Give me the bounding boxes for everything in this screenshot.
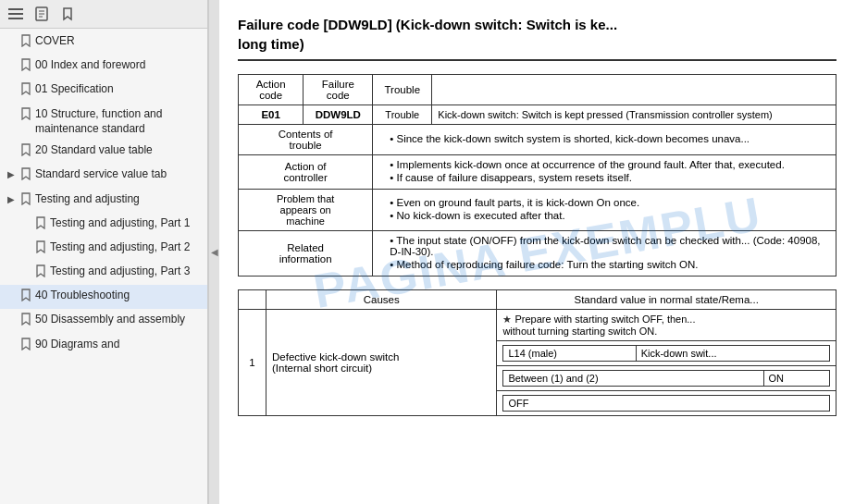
svg-rect-2 bbox=[8, 18, 23, 19]
cause-desc: Defective kick-down switch(Internal shor… bbox=[266, 310, 497, 416]
contents-trouble-header: Contents oftrouble bbox=[239, 125, 373, 155]
sidebar-items: COVER 00 Index and foreword 01 Specifica… bbox=[0, 29, 207, 504]
sidebar: COVER 00 Index and foreword 01 Specifica… bbox=[0, 0, 208, 504]
failure-code-value: DDW9LD bbox=[304, 105, 373, 125]
info-table: Action code Failure code Trouble E01 DDW… bbox=[238, 74, 836, 277]
related-info-header: Relatedinformation bbox=[239, 231, 373, 277]
main-content: PAGINA EXEMPLU Failure code [DDW9LD] (Ki… bbox=[219, 0, 855, 504]
sidebar-item-20-standard[interactable]: 20 Standard value table bbox=[0, 140, 207, 164]
cause-prepare: ★ Prepare with starting switch OFF, then… bbox=[497, 310, 836, 341]
sidebar-label-50: 50 Disassembly and assembly bbox=[35, 312, 204, 327]
sub-value-table-off: OFF bbox=[502, 395, 830, 412]
sidebar-label-40: 40 Troubleshooting bbox=[35, 288, 204, 303]
sidebar-label-ta: Testing and adjusting bbox=[35, 191, 204, 207]
related-info-value: The input state (ON/OFF) from the kick-d… bbox=[373, 231, 836, 277]
sidebar-label-ta1: Testing and adjusting, Part 1 bbox=[50, 215, 204, 231]
col-header-action-code: Action code bbox=[239, 75, 304, 105]
chevron-right-icon-ta: ▶ bbox=[7, 193, 17, 206]
action-code-value: E01 bbox=[239, 105, 304, 125]
bookmark-icon-10 bbox=[20, 107, 31, 125]
bookmark-toolbar-icon[interactable] bbox=[57, 4, 78, 24]
sub-measure-table: L14 (male) Kick-down swit... bbox=[502, 345, 830, 362]
page-title: Failure code [DDW9LD] (Kick-down switch:… bbox=[238, 15, 836, 61]
on-value: ON bbox=[763, 371, 829, 387]
bookmark-icon-ta bbox=[20, 192, 31, 210]
action-controller-value: Implements kick-down once at occurrence … bbox=[373, 155, 836, 190]
causes-col-causes: Causes bbox=[266, 290, 497, 310]
sidebar-item-testing-adj-1[interactable]: Testing and adjusting, Part 1 bbox=[0, 213, 207, 237]
problem-machine-header: Problem thatappears onmachine bbox=[239, 190, 373, 231]
sub-measure-name: Kick-down swit... bbox=[636, 346, 829, 362]
sidebar-item-testing-adj-2[interactable]: Testing and adjusting, Part 2 bbox=[0, 237, 207, 261]
sidebar-item-cover[interactable]: COVER bbox=[0, 31, 207, 55]
cause-between-off: OFF bbox=[497, 391, 836, 416]
bookmark-icon-50 bbox=[20, 313, 31, 330]
sidebar-label-ta2: Testing and adjusting, Part 2 bbox=[50, 240, 204, 255]
contents-trouble-value: Since the kick-down switch system is sho… bbox=[373, 125, 836, 155]
sub-value-table-on: Between (1) and (2) ON bbox=[502, 370, 830, 387]
sidebar-label-20: 20 Standard value table bbox=[35, 142, 204, 158]
col-header-trouble-desc bbox=[432, 75, 836, 105]
sidebar-label-00: 00 Index and foreword bbox=[35, 57, 204, 73]
sidebar-item-10-structure[interactable]: 10 Structure, function and maintenance s… bbox=[0, 104, 207, 141]
bookmark-icon-ta1 bbox=[35, 216, 46, 234]
cause-measure-header: L14 (male) Kick-down swit... bbox=[497, 341, 836, 366]
bookmark-icon-cover bbox=[20, 34, 31, 52]
causes-table: Causes Standard value in normal state/Re… bbox=[238, 289, 836, 416]
sidebar-item-testing-adj-3[interactable]: Testing and adjusting, Part 3 bbox=[0, 261, 207, 285]
cause-between-on: Between (1) and (2) ON bbox=[497, 366, 836, 391]
col-header-trouble: Trouble bbox=[373, 75, 432, 105]
action-controller-header: Action ofcontroller bbox=[239, 155, 373, 190]
bookmark-icon-20 bbox=[20, 143, 31, 161]
sidebar-item-testing-adj[interactable]: ▶ Testing and adjusting bbox=[0, 189, 207, 213]
trouble-desc: Kick-down switch: Switch is kept pressed… bbox=[432, 105, 836, 125]
bookmark-icon-90 bbox=[20, 338, 31, 355]
svg-rect-0 bbox=[8, 8, 23, 10]
sidebar-label-01: 01 Specification bbox=[35, 81, 204, 97]
bookmark-icon-ss bbox=[20, 167, 31, 185]
causes-col-num bbox=[239, 290, 266, 310]
sidebar-item-01-spec[interactable]: 01 Specification bbox=[0, 79, 207, 103]
bookmark-icon-40 bbox=[20, 289, 31, 306]
sidebar-item-50-disassembly[interactable]: 50 Disassembly and assembly bbox=[0, 309, 207, 333]
sidebar-item-40-troubleshooting[interactable]: 40 Troubleshooting bbox=[0, 285, 207, 309]
sidebar-item-standard-service[interactable]: ▶ Standard service value tab bbox=[0, 164, 207, 188]
sidebar-collapse-handle[interactable]: ◀ bbox=[208, 0, 219, 504]
page-icon[interactable] bbox=[31, 4, 52, 24]
sidebar-label-90: 90 Diagrams and bbox=[35, 337, 204, 352]
sidebar-label-cover: COVER bbox=[35, 33, 204, 49]
causes-col-standard: Standard value in normal state/Rema... bbox=[497, 290, 836, 310]
sidebar-toolbar bbox=[0, 0, 207, 29]
bookmark-icon-01 bbox=[20, 82, 31, 100]
sidebar-label-ss: Standard service value tab bbox=[35, 166, 204, 182]
chevron-right-icon: ▶ bbox=[7, 168, 17, 181]
bookmark-icon-ta2 bbox=[35, 240, 46, 258]
trouble-cell: Trouble bbox=[373, 105, 432, 125]
off-value: OFF bbox=[503, 396, 830, 412]
col-header-failure-code: Failure code bbox=[304, 75, 373, 105]
sub-measure-point: L14 (male) bbox=[503, 346, 636, 362]
between-label: Between (1) and (2) bbox=[503, 371, 763, 387]
sidebar-label-10: 10 Structure, function and maintenance s… bbox=[35, 106, 204, 138]
svg-rect-1 bbox=[8, 13, 23, 15]
sidebar-item-00-index[interactable]: 00 Index and foreword bbox=[0, 55, 207, 79]
sidebar-item-90-diagrams[interactable]: 90 Diagrams and bbox=[0, 334, 207, 358]
sidebar-label-ta3: Testing and adjusting, Part 3 bbox=[50, 264, 204, 279]
bookmark-icon-00 bbox=[20, 58, 31, 76]
problem-machine-value: Even on ground fault parts, it is kick-d… bbox=[373, 190, 836, 231]
bookmark-icon-ta3 bbox=[35, 264, 46, 282]
cause-num: 1 bbox=[239, 310, 266, 416]
menu-icon[interactable] bbox=[6, 4, 26, 24]
